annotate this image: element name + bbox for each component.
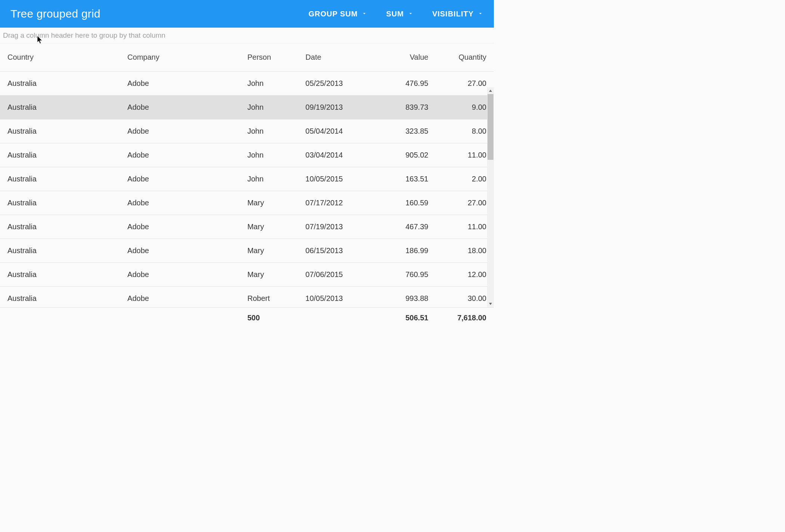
grid-body[interactable]: AustraliaAdobeJohn05/25/2013476.9527.00A…: [0, 72, 494, 307]
cell-company: Adobe: [120, 246, 240, 255]
cell-person: John: [240, 103, 298, 112]
cell-company: Adobe: [120, 294, 240, 303]
cell-company: Adobe: [120, 103, 240, 112]
visibility-button[interactable]: VISIBILITY: [432, 10, 483, 18]
cell-date: 05/04/2014: [298, 127, 377, 136]
table-row[interactable]: AustraliaAdobeMary07/19/2013467.3911.00: [0, 215, 494, 239]
cell-value: 467.39: [378, 223, 436, 231]
cell-country: Australia: [0, 294, 120, 303]
app-window: Tree grouped grid GROUP SUM SUM VISIBILI…: [0, 0, 494, 328]
column-header-country[interactable]: Country: [0, 53, 120, 62]
scroll-thumb[interactable]: [487, 94, 493, 160]
cell-value: 476.95: [378, 79, 436, 88]
cell-value: 163.51: [378, 175, 436, 183]
table-row[interactable]: AustraliaAdobeMary07/06/2015760.9512.00: [0, 263, 494, 287]
footer-person: 500: [240, 314, 298, 322]
column-header-person[interactable]: Person: [240, 53, 298, 62]
sum-button[interactable]: SUM: [386, 10, 413, 18]
cell-quantity: 27.00: [436, 79, 494, 88]
cell-date: 05/25/2013: [298, 79, 377, 88]
cell-person: John: [240, 151, 298, 159]
cell-country: Australia: [0, 175, 120, 183]
column-header-quantity[interactable]: Quantity: [436, 53, 494, 62]
cell-person: Robert: [240, 294, 298, 303]
cell-quantity: 2.00: [436, 175, 494, 183]
cell-quantity: 9.00: [436, 103, 494, 112]
chevron-down-icon: [361, 10, 367, 18]
cell-country: Australia: [0, 127, 120, 136]
cell-company: Adobe: [120, 175, 240, 183]
cell-company: Adobe: [120, 199, 240, 207]
cell-date: 09/19/2013: [298, 103, 377, 112]
cell-person: Mary: [240, 246, 298, 255]
table-row[interactable]: AustraliaAdobeJohn10/05/2015163.512.00: [0, 167, 494, 191]
table-row[interactable]: AustraliaAdobeJohn05/04/2014323.858.00: [0, 119, 494, 143]
cell-quantity: 11.00: [436, 223, 494, 231]
cell-company: Adobe: [120, 270, 240, 279]
group-sum-button[interactable]: GROUP SUM: [308, 10, 367, 18]
page-title: Tree grouped grid: [10, 7, 308, 20]
scroll-up-icon[interactable]: [487, 87, 494, 94]
cell-company: Adobe: [120, 223, 240, 231]
header-buttons: GROUP SUM SUM VISIBILITY: [308, 10, 483, 18]
footer-quantity: 7,618.00: [436, 314, 494, 322]
vertical-scrollbar[interactable]: [487, 87, 494, 307]
cell-quantity: 8.00: [436, 127, 494, 136]
cell-country: Australia: [0, 79, 120, 88]
cell-country: Australia: [0, 246, 120, 255]
cell-quantity: 18.00: [436, 246, 494, 255]
cell-country: Australia: [0, 151, 120, 159]
cell-company: Adobe: [120, 151, 240, 159]
data-grid: Country Company Person Date Value Quanti…: [0, 43, 494, 328]
grid-footer-row: 500 506.51 7,618.00: [0, 307, 494, 328]
cell-date: 10/05/2013: [298, 294, 377, 303]
cell-quantity: 27.00: [436, 199, 494, 207]
scroll-down-icon[interactable]: [487, 301, 494, 307]
cell-date: 10/05/2015: [298, 175, 377, 183]
cell-company: Adobe: [120, 79, 240, 88]
group-drop-zone[interactable]: Drag a column header here to group by th…: [0, 28, 494, 43]
cell-value: 993.88: [378, 294, 436, 303]
cell-company: Adobe: [120, 127, 240, 136]
footer-value: 506.51: [378, 314, 436, 322]
cell-quantity: 12.00: [436, 270, 494, 279]
column-header-date[interactable]: Date: [298, 53, 377, 62]
chevron-down-icon: [477, 10, 483, 18]
table-row[interactable]: AustraliaAdobeJohn05/25/2013476.9527.00: [0, 72, 494, 96]
cell-date: 03/04/2014: [298, 151, 377, 159]
cell-country: Australia: [0, 270, 120, 279]
table-row[interactable]: AustraliaAdobeMary07/17/2012160.5927.00: [0, 191, 494, 215]
cell-quantity: 11.00: [436, 151, 494, 159]
cell-date: 07/17/2012: [298, 199, 377, 207]
column-header-value[interactable]: Value: [378, 53, 436, 62]
cell-person: John: [240, 127, 298, 136]
cell-date: 06/15/2013: [298, 246, 377, 255]
cell-country: Australia: [0, 223, 120, 231]
cell-value: 839.73: [378, 103, 436, 112]
cell-person: John: [240, 175, 298, 183]
cell-value: 323.85: [378, 127, 436, 136]
cell-country: Australia: [0, 199, 120, 207]
group-sum-label: GROUP SUM: [308, 10, 358, 18]
grid-header-row: Country Company Person Date Value Quanti…: [0, 43, 494, 72]
column-header-company[interactable]: Company: [120, 53, 240, 62]
table-row[interactable]: AustraliaAdobeRobert10/05/2013993.8830.0…: [0, 287, 494, 307]
cell-value: 905.02: [378, 151, 436, 159]
table-row[interactable]: AustraliaAdobeJohn09/19/2013839.739.00: [0, 96, 494, 119]
group-drop-placeholder: Drag a column header here to group by th…: [3, 31, 165, 40]
sum-label: SUM: [386, 10, 404, 18]
header-bar: Tree grouped grid GROUP SUM SUM VISIBILI…: [0, 0, 494, 28]
cell-value: 760.95: [378, 270, 436, 279]
table-row[interactable]: AustraliaAdobeJohn03/04/2014905.0211.00: [0, 143, 494, 167]
visibility-label: VISIBILITY: [432, 10, 474, 18]
cell-person: Mary: [240, 270, 298, 279]
cell-country: Australia: [0, 103, 120, 112]
cell-value: 186.99: [378, 246, 436, 255]
cell-date: 07/19/2013: [298, 223, 377, 231]
cell-person: John: [240, 79, 298, 88]
cell-date: 07/06/2015: [298, 270, 377, 279]
table-row[interactable]: AustraliaAdobeMary06/15/2013186.9918.00: [0, 239, 494, 263]
cell-person: Mary: [240, 223, 298, 231]
chevron-down-icon: [408, 10, 414, 18]
cell-value: 160.59: [378, 199, 436, 207]
